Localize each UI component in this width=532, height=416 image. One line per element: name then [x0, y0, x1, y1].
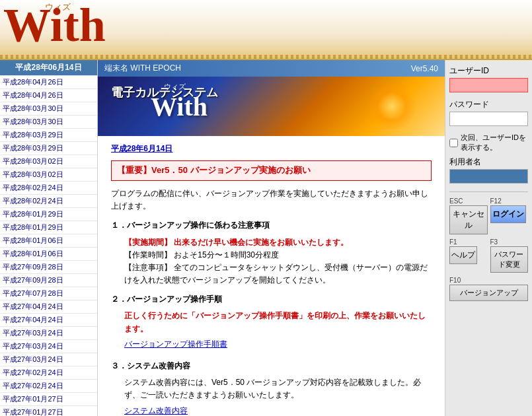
- f1-label: F1: [449, 238, 488, 246]
- help-password-row: F1 ヘルプ F3 パスワード変更: [449, 238, 528, 273]
- sidebar-item-14[interactable]: 平成27年09月28日: [0, 261, 97, 274]
- sidebar-item-15[interactable]: 平成27年09月28日: [0, 274, 97, 287]
- emr-glow: [365, 83, 418, 129]
- sagyo-label: 【作業時間】: [124, 250, 172, 260]
- center-content: 端末名 WITH EPOCH Ver5.40 電子カルテシステム ウィズ Wit…: [98, 60, 445, 416]
- login-button[interactable]: ログイン: [490, 205, 526, 223]
- version-number: Ver5.40: [411, 64, 438, 73]
- article-intro: プログラムの配信に伴い、バージョンアップ作業を実施していただきますようお願い申し…: [111, 188, 432, 213]
- sagyo-text: およそ15分〜１時間30分程度: [174, 250, 279, 260]
- esc-label: ESC: [449, 197, 488, 205]
- f10-label: F10: [449, 277, 528, 284]
- divider1: [449, 191, 528, 192]
- password-label: パスワード: [449, 99, 528, 110]
- cancel-button[interactable]: キャンセル: [449, 205, 488, 234]
- article: 平成28年6月14日 【重要】Ver5．50 バージョンアップ実施のお願い プロ…: [98, 136, 445, 416]
- emr-banner: 電子カルテシステム ウィズ With: [98, 77, 445, 136]
- right-panel: ユーザーID パスワード 次回、ユーザーIDを表示する。 利用者名 ESC キャ…: [445, 60, 532, 416]
- sidebar-item-18[interactable]: 平成27年04月24日: [0, 314, 97, 327]
- sidebar-item-24[interactable]: 平成27年01月27日: [0, 393, 97, 406]
- username-group: 利用者名: [449, 156, 528, 184]
- sidebar-item-4[interactable]: 平成28年03月29日: [0, 129, 97, 142]
- jikan-label: 【実施期間】: [124, 238, 172, 247]
- content-body: 電子カルテシステム ウィズ With 平成28年6月14日 【重要】Ver5．5…: [98, 77, 445, 416]
- sidebar-item-6[interactable]: 平成28年03月02日: [0, 155, 97, 168]
- sidebar-item-16[interactable]: 平成27年07月28日: [0, 287, 97, 300]
- sidebar-item-19[interactable]: 平成27年03月24日: [0, 327, 97, 340]
- sidebar-item-21[interactable]: 平成27年03月24日: [0, 353, 97, 366]
- remember-label: 次回、ユーザーIDを表示する。: [461, 133, 528, 153]
- userid-input[interactable]: [449, 78, 528, 92]
- article-date[interactable]: 平成28年6月14日: [111, 143, 432, 155]
- remember-row[interactable]: 次回、ユーザーIDを表示する。: [449, 133, 528, 153]
- sidebar-item-0[interactable]: 平成28年04月26日: [0, 76, 97, 89]
- section1-title: １．バージョンアップ操作に係わる注意事項: [111, 219, 432, 232]
- sidebar-item-23[interactable]: 平成27年02月24日: [0, 380, 97, 393]
- password-input[interactable]: [449, 112, 528, 126]
- sidebar-item-22[interactable]: 平成27年02月24日: [0, 366, 97, 380]
- sidebar-item-3[interactable]: 平成28年03月30日: [0, 116, 97, 129]
- emr-ruby: ウィズ: [164, 82, 186, 92]
- section1-body: 【実施期間】 出来るだけ早い機会に実施をお願いいたします。 【作業時間】 およそ…: [124, 236, 432, 287]
- sidebar-item-1[interactable]: 平成28年04月26日: [0, 89, 97, 102]
- remember-checkbox[interactable]: [449, 139, 458, 147]
- emr-title: With: [151, 91, 208, 122]
- sidebar[interactable]: 平成28年06月14日 平成28年04月26日平成28年04月26日平成28年0…: [0, 60, 98, 416]
- userid-label: ユーザーID: [449, 65, 528, 77]
- section2-title: ２．バージョンアップ操作手順: [111, 293, 432, 306]
- sidebar-item-25[interactable]: 平成27年01月27日: [0, 406, 97, 416]
- jikan-text: 出来るだけ早い機会に実施をお願いいたします。: [174, 238, 348, 247]
- sidebar-active-date[interactable]: 平成28年06月14日: [0, 60, 97, 76]
- password-change-button[interactable]: パスワード変更: [490, 246, 529, 273]
- f12-label: F12: [490, 197, 529, 205]
- section3-body: システム改善内容には、Ver5．50 バージョンアップ対応内容を記載致しました。…: [124, 376, 432, 416]
- main-layout: 平成28年06月14日 平成28年04月26日平成28年04月26日平成28年0…: [0, 60, 532, 416]
- sidebar-item-5[interactable]: 平成28年03月29日: [0, 142, 97, 155]
- sidebar-item-10[interactable]: 平成28年01月29日: [0, 208, 97, 221]
- sidebar-item-9[interactable]: 平成28年02月24日: [0, 195, 97, 208]
- section2-intro: 正しく行うために「バージョンアップ操作手順書」を印刷の上、作業をお願いいたします…: [124, 311, 426, 333]
- username-input[interactable]: [449, 169, 528, 184]
- section3-text: システム改善内容には、Ver5．50 バージョンアップ対応内容を記載致しました。…: [124, 378, 421, 399]
- section2-body: 正しく行うために「バージョンアップ操作手順書」を印刷の上、作業をお願いいたします…: [124, 310, 432, 353]
- section2-link[interactable]: バージョンアップ操作手順書: [124, 338, 227, 351]
- header-title: With: [3, 1, 106, 49]
- article-important: 【重要】Ver5．50 バージョンアップ実施のお願い: [111, 160, 432, 181]
- sidebar-item-11[interactable]: 平成28年01月29日: [0, 221, 97, 234]
- f3-label: F3: [490, 238, 529, 246]
- help-button[interactable]: ヘルプ: [449, 246, 477, 264]
- sidebar-item-8[interactable]: 平成28年02月24日: [0, 182, 97, 195]
- header-stripe: [0, 55, 532, 59]
- sidebar-item-17[interactable]: 平成27年04月24日: [0, 300, 97, 314]
- sidebar-item-12[interactable]: 平成28年01月06日: [0, 234, 97, 248]
- section3-link[interactable]: システム改善内容: [124, 405, 188, 416]
- version-up-button[interactable]: バージョンアップ: [449, 285, 528, 301]
- username-label: 利用者名: [449, 156, 528, 168]
- password-group: パスワード: [449, 99, 528, 126]
- sidebar-item-20[interactable]: 平成27年03月24日: [0, 340, 97, 353]
- sidebar-item-13[interactable]: 平成28年01月06日: [0, 248, 97, 261]
- chui-label: 【注意事項】: [124, 263, 172, 272]
- content-header: 端末名 WITH EPOCH Ver5.40: [98, 60, 445, 77]
- cancel-login-row: ESC キャンセル F12 ログイン: [449, 197, 528, 234]
- header: ウィズ With: [0, 0, 532, 60]
- section3-title: ３．システム改善内容: [111, 360, 432, 372]
- userid-group: ユーザーID: [449, 65, 528, 92]
- sidebar-item-7[interactable]: 平成28年03月02日: [0, 168, 97, 182]
- terminal-name: 端末名 WITH EPOCH: [104, 63, 181, 74]
- sidebar-item-2[interactable]: 平成28年03月30日: [0, 102, 97, 116]
